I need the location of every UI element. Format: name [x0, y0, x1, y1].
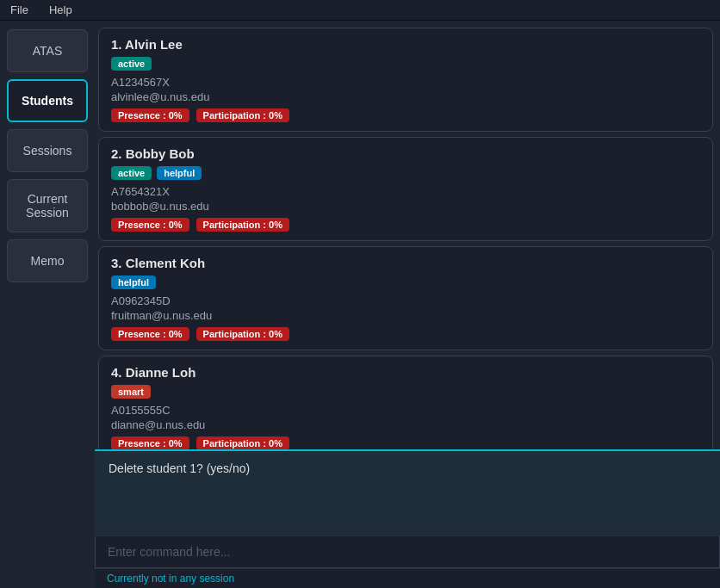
student-id: A1234567X [111, 76, 700, 89]
student-stats: Presence : 0%Participation : 0% [111, 218, 700, 232]
student-id: A0155555C [111, 404, 700, 417]
status-bar: Currently not in any session [95, 568, 720, 588]
presence-badge: Presence : 0% [111, 108, 189, 122]
tag-active: active [111, 166, 152, 180]
student-id: A7654321X [111, 185, 700, 198]
student-email: bobbob@u.nus.edu [111, 200, 700, 213]
student-card-1[interactable]: 2. Bobby BobactivehelpfulA7654321Xbobbob… [98, 137, 713, 241]
student-name: 3. Clement Koh [111, 256, 700, 270]
menu-file[interactable]: File [7, 2, 32, 18]
tag-helpful: helpful [111, 275, 156, 289]
student-name: 1. Alvin Lee [111, 37, 700, 52]
student-card-2[interactable]: 3. Clement KohhelpfulA0962345Dfruitman@u… [98, 246, 713, 350]
presence-badge: Presence : 0% [111, 218, 189, 232]
student-id: A0962345D [111, 294, 700, 307]
main-layout: ATAS Students Sessions Current Session M… [0, 21, 720, 588]
sidebar-item-current-session[interactable]: Current Session [7, 179, 88, 232]
tag-active: active [111, 57, 152, 71]
students-list[interactable]: 1. Alvin LeeactiveA1234567Xalvinlee@u.nu… [95, 21, 720, 449]
student-stats: Presence : 0%Participation : 0% [111, 108, 700, 122]
sidebar-item-sessions[interactable]: Sessions [7, 129, 88, 172]
student-tags: activehelpful [111, 166, 700, 180]
presence-badge: Presence : 0% [111, 436, 189, 449]
content-area: 1. Alvin LeeactiveA1234567Xalvinlee@u.nu… [95, 21, 720, 588]
command-input[interactable] [95, 535, 720, 568]
menu-bar: File Help [0, 0, 720, 21]
sidebar: ATAS Students Sessions Current Session M… [0, 21, 95, 588]
student-tags: smart [111, 385, 700, 399]
output-box: Delete student 1? (yes/no) [95, 449, 720, 535]
participation-badge: Participation : 0% [196, 218, 289, 232]
student-tags: active [111, 57, 700, 71]
presence-badge: Presence : 0% [111, 327, 189, 341]
student-card-3[interactable]: 4. Dianne LohsmartA0155555Cdianne@u.nus.… [98, 356, 713, 449]
student-name: 2. Bobby Bob [111, 146, 700, 161]
participation-badge: Participation : 0% [196, 436, 289, 449]
student-tags: helpful [111, 275, 700, 289]
participation-badge: Participation : 0% [196, 108, 289, 122]
sidebar-item-students[interactable]: Students [7, 79, 88, 122]
tag-helpful: helpful [157, 166, 202, 180]
student-card-0[interactable]: 1. Alvin LeeactiveA1234567Xalvinlee@u.nu… [98, 28, 713, 132]
student-email: fruitman@u.nus.edu [111, 309, 700, 322]
student-email: alvinlee@u.nus.edu [111, 90, 700, 103]
student-email: dianne@u.nus.edu [111, 418, 700, 431]
student-name: 4. Dianne Loh [111, 365, 700, 380]
bottom-panel: Delete student 1? (yes/no) Currently not… [95, 449, 720, 588]
student-stats: Presence : 0%Participation : 0% [111, 327, 700, 341]
sidebar-item-atas[interactable]: ATAS [7, 29, 88, 72]
sidebar-item-memo[interactable]: Memo [7, 239, 88, 282]
student-stats: Presence : 0%Participation : 0% [111, 436, 700, 449]
menu-help[interactable]: Help [46, 2, 76, 18]
participation-badge: Participation : 0% [196, 327, 289, 341]
tag-smart: smart [111, 385, 151, 399]
